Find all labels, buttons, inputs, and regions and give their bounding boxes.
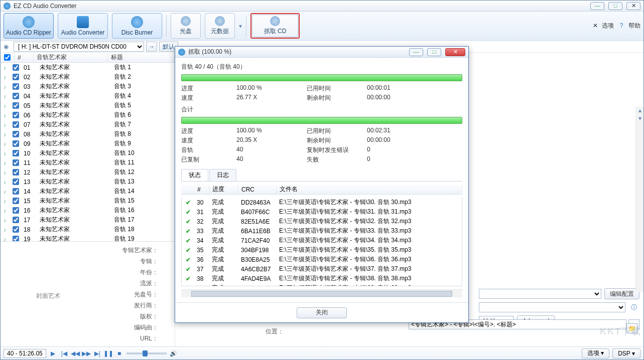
skip-prev-button[interactable]: |◀: [60, 349, 68, 357]
track-row[interactable]: ♪01未知艺术家音轨 1: [1, 63, 175, 72]
track-row[interactable]: ♪13未知艺术家音轨 13: [1, 177, 175, 187]
track-checkbox[interactable]: [13, 207, 19, 214]
album-label: 专辑：: [101, 257, 161, 266]
volume-icon[interactable]: 🔊: [170, 350, 177, 357]
forward-button[interactable]: ▶▶: [82, 349, 90, 357]
cover-art-box[interactable]: 封面艺术: [1, 242, 96, 346]
log-row[interactable]: ✔37完成4A6CB2B7E:\三年级英语\专辑艺术家 - 专辑\37. 音轨 …: [182, 264, 462, 274]
skip-next-button[interactable]: ▶|: [93, 349, 101, 357]
log-row[interactable]: ✔30完成DD28463AE:\三年级英语\专辑艺术家 - 专辑\30. 音轨 …: [182, 198, 462, 207]
log-row[interactable]: ✔34完成71CA2F40E:\三年级英语\专辑艺术家 - 专辑\34. 音轨 …: [182, 236, 462, 245]
track-row[interactable]: ♪02未知艺术家音轨 2: [1, 72, 175, 82]
format-select[interactable]: [479, 289, 601, 299]
track-checkbox[interactable]: [13, 83, 19, 90]
dsp-button[interactable]: DSP ▾: [612, 348, 640, 358]
minimize-button[interactable]: —: [590, 2, 604, 10]
track-checkbox[interactable]: [13, 150, 19, 156]
track-checkbox[interactable]: [13, 102, 19, 109]
note-icon: ♪: [1, 148, 10, 158]
track-checkbox[interactable]: [13, 217, 19, 223]
disc-button[interactable]: 光盘: [171, 13, 201, 39]
track-checkbox[interactable]: [13, 159, 19, 166]
track-checkbox[interactable]: [13, 121, 19, 128]
dialog-minimize-button[interactable]: —: [409, 48, 423, 56]
track-row[interactable]: ♪11未知艺术家音轨 11: [1, 158, 175, 167]
speed-label: 速度: [181, 94, 236, 102]
stop-button[interactable]: ■: [115, 349, 123, 357]
track-row[interactable]: ♪15未知艺术家音轨 15: [1, 196, 175, 206]
track-row[interactable]: ♪14未知艺术家音轨 14: [1, 187, 175, 196]
disc-burner-button[interactable]: Disc Burner: [112, 13, 162, 39]
main-titlebar[interactable]: EZ CD Audio Converter — □ ✕: [1, 1, 643, 12]
log-row[interactable]: ✔33完成6BA11E6BE:\三年级英语\专辑艺术家 - 专辑\33. 音轨 …: [182, 226, 462, 236]
play-button[interactable]: ▶: [49, 349, 57, 357]
track-row[interactable]: ♪18未知艺术家音轨 18: [1, 225, 175, 234]
log-row[interactable]: ✔36完成B30E8A25E:\三年级英语\专辑艺术家 - 专辑\36. 音轨 …: [182, 255, 462, 264]
refresh-button[interactable]: →: [146, 42, 157, 52]
track-checkbox[interactable]: [13, 169, 19, 175]
note-icon: ♪: [1, 139, 10, 148]
maximize-button[interactable]: □: [608, 2, 622, 10]
select-all-checkbox[interactable]: [4, 54, 11, 61]
dialog-maximize-button[interactable]: □: [427, 48, 441, 56]
help-link[interactable]: ? 帮助: [620, 22, 640, 30]
track-list[interactable]: ♪01未知艺术家音轨 1♪02未知艺术家音轨 2♪03未知艺术家音轨 3♪04未…: [1, 63, 175, 241]
drive-select[interactable]: [ H: ] HL-DT-ST DVDROM DH50N CD00: [14, 42, 144, 52]
rewind-button[interactable]: ◀◀: [71, 349, 79, 357]
close-dialog-button[interactable]: 关闭: [297, 307, 347, 318]
tab-log[interactable]: 日志: [209, 169, 236, 181]
track-checkbox[interactable]: [13, 236, 19, 241]
track-row[interactable]: ♪05未知艺术家音轨 5: [1, 101, 175, 110]
track-checkbox[interactable]: [13, 188, 19, 195]
metadata-button[interactable]: 元数据: [205, 13, 235, 39]
log-row[interactable]: ✔35完成304BF198E:\三年级英语\专辑艺术家 - 专辑\35. 音轨 …: [182, 245, 462, 255]
track-checkbox[interactable]: [13, 74, 19, 80]
track-checkbox[interactable]: [13, 112, 19, 118]
options-button[interactable]: 选项 ▾: [582, 348, 609, 358]
edit-config-button[interactable]: 编辑配置: [604, 288, 639, 299]
horizontal-scrollbar[interactable]: [181, 289, 462, 297]
col-title[interactable]: 标题: [108, 53, 175, 62]
track-checkbox[interactable]: [13, 198, 19, 204]
track-row[interactable]: ♪17未知艺术家音轨 17: [1, 215, 175, 225]
log-list[interactable]: ✔30完成DD28463AE:\三年级英语\专辑艺术家 - 专辑\30. 音轨 …: [181, 198, 462, 286]
track-row[interactable]: ♪06未知艺术家音轨 6: [1, 110, 175, 120]
log-row[interactable]: ✔32完成82E51A6EE:\三年级英语\专辑艺术家 - 专辑\32. 音轨 …: [182, 217, 462, 226]
track-row[interactable]: ♪09未知艺术家音轨 9: [1, 139, 175, 148]
dialog-close-button[interactable]: ✕: [445, 48, 465, 56]
log-row[interactable]: ✔38完成4FAD4E9AE:\三年级英语\专辑艺术家 - 专辑\38. 音轨 …: [182, 274, 462, 283]
track-checkbox[interactable]: [13, 131, 19, 137]
track-row[interactable]: ♪04未知艺术家音轨 4: [1, 91, 175, 101]
track-checkbox[interactable]: [13, 64, 19, 71]
log-row[interactable]: ✔39完成9316BD29E:\三年级英语\专辑艺术家 - 专辑\39. 音轨 …: [182, 283, 462, 286]
log-row[interactable]: ✔31完成B407F66CE:\三年级英语\专辑艺术家 - 专辑\31. 音轨 …: [182, 207, 462, 217]
track-row[interactable]: ♪08未知艺术家音轨 8: [1, 129, 175, 139]
audio-cd-ripper-button[interactable]: Audio CD Ripper: [4, 13, 54, 39]
track-checkbox[interactable]: [13, 93, 19, 99]
track-checkbox[interactable]: [13, 140, 19, 147]
scroll-up-icon[interactable]: ▴: [636, 107, 643, 115]
note-icon: ♪: [1, 177, 10, 187]
col-artist[interactable]: 音轨艺术家: [34, 53, 108, 62]
track-checkbox[interactable]: [13, 226, 19, 233]
rip-cd-button[interactable]: 抓取 CD: [252, 15, 298, 37]
track-row[interactable]: ♪07未知艺术家音轨 7: [1, 120, 175, 129]
track-row[interactable]: ♪10未知艺术家音轨 10: [1, 148, 175, 158]
track-row[interactable]: ♪12未知艺术家音轨 12: [1, 167, 175, 177]
vertical-scrollbar[interactable]: ▴ ▾: [635, 107, 643, 292]
track-row[interactable]: ♪16未知艺术家音轨 16: [1, 206, 175, 215]
scroll-down-icon[interactable]: ▾: [636, 115, 643, 123]
pause-button[interactable]: ❚❚: [104, 349, 112, 357]
playback-time: 40 - 51:26.05: [4, 349, 46, 358]
dropdown-arrow-icon[interactable]: ▾: [239, 13, 242, 39]
col-number[interactable]: #: [15, 53, 34, 62]
track-row[interactable]: ♪03未知艺术家音轨 3: [1, 82, 175, 91]
dialog-titlebar[interactable]: 抓取 (100.00 %) — □ ✕: [175, 47, 468, 58]
audio-converter-button[interactable]: Audio Converter: [58, 13, 108, 39]
volume-slider[interactable]: [126, 352, 167, 354]
track-checkbox[interactable]: [13, 178, 19, 185]
options-link[interactable]: ✕ 选项: [593, 22, 613, 30]
track-row[interactable]: ♪19未知艺术家音轨 19: [1, 234, 175, 241]
tab-status[interactable]: 状态: [181, 169, 208, 181]
close-button[interactable]: ✕: [626, 2, 640, 10]
